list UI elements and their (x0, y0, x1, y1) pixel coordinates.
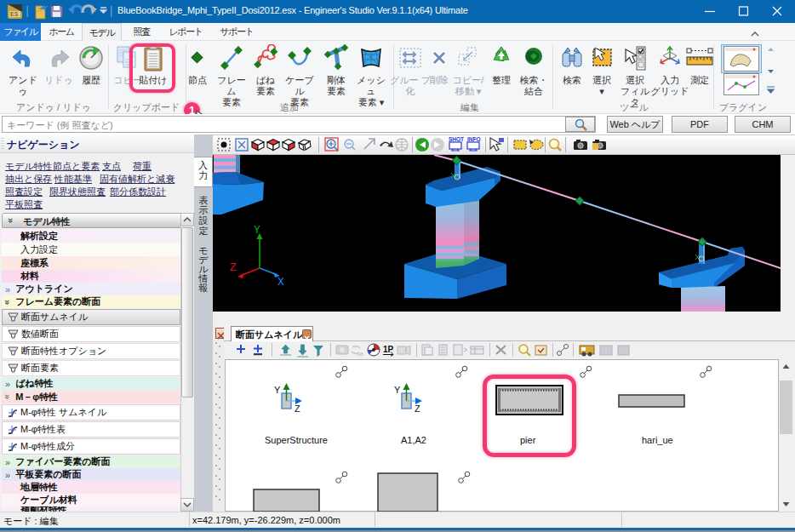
svg-text:INFO: INFO (467, 136, 481, 142)
svg-text:1P: 1P (383, 345, 394, 354)
svg-text:Y: Y (254, 224, 260, 237)
svg-text:hari_ue: hari_ue (642, 435, 673, 445)
svg-text:Z: Z (415, 403, 420, 414)
svg-text:SuperStructure: SuperStructure (265, 435, 328, 445)
svg-text:X: X (277, 276, 284, 289)
svg-text:ES: ES (10, 11, 19, 17)
svg-text:Y: Y (394, 385, 401, 395)
svg-text:Z: Z (230, 261, 237, 274)
svg-text:Y: Y (274, 385, 281, 395)
svg-text:SHOT: SHOT (449, 136, 464, 142)
svg-text:AB: AB (357, 352, 363, 357)
svg-text:Z: Z (295, 403, 300, 414)
svg-text:A1,A2: A1,A2 (401, 435, 426, 445)
